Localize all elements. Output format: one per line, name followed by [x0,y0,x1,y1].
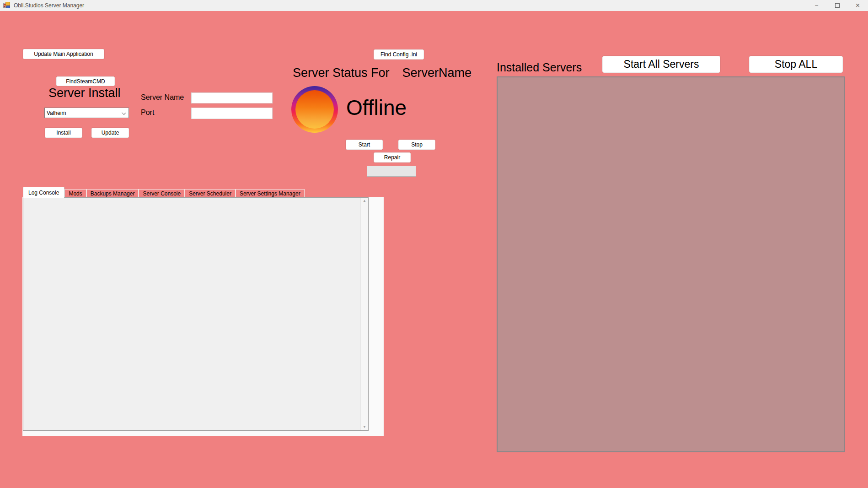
server-status-icon-inner [295,90,334,129]
game-select-value: Valheim [47,110,66,116]
start-all-servers-button[interactable]: Start All Servers [602,56,720,73]
tab-log-console[interactable]: Log Console [23,187,64,198]
server-status-heading-prefix: Server Status For [293,66,390,80]
log-console-scrollbar[interactable]: ▲ ▼ [360,198,368,430]
update-button[interactable]: Update [91,128,129,138]
server-status-text: Offline [346,95,407,120]
app-window: Obli.Studios Server Manager – ✕ Update M… [0,0,868,488]
close-button[interactable]: ✕ [847,0,868,11]
port-label: Port [141,108,154,117]
server-name-label: Server Name [141,93,184,102]
find-config-ini-button[interactable]: Find Config .ini [374,49,424,60]
window-controls: – ✕ [806,0,868,11]
minimize-button[interactable]: – [806,0,827,11]
maximize-icon [835,3,840,8]
installed-servers-list[interactable] [497,76,845,452]
stop-button[interactable]: Stop [398,140,435,150]
app-icon [3,2,11,9]
port-input[interactable] [191,108,273,119]
stop-all-button[interactable]: Stop ALL [749,56,843,73]
scroll-up-icon[interactable]: ▲ [363,199,366,203]
log-console-output[interactable] [23,198,360,430]
start-button[interactable]: Start [346,140,383,150]
scroll-down-icon[interactable]: ▼ [363,425,366,429]
tabstrip: Log Console Mods Backups Manager Server … [23,187,305,198]
tab-mods[interactable]: Mods [64,189,86,198]
maximize-button[interactable] [827,0,847,11]
titlebar: Obli.Studios Server Manager – ✕ [0,0,868,11]
progress-bar [367,166,416,177]
game-select-dropdown[interactable]: Valheim [44,108,129,118]
update-main-application-button[interactable]: Update Main Application [23,49,104,59]
server-name-input[interactable] [191,92,273,103]
server-status-heading: Server Status ForServerName [293,66,472,80]
tab-server-console[interactable]: Server Console [139,189,185,198]
log-console-box: ▲ ▼ [23,197,369,431]
installed-servers-title: Installed Servers [497,61,582,74]
tab-server-scheduler[interactable]: Server Scheduler [185,189,236,198]
repair-button[interactable]: Repair [374,152,411,163]
server-status-heading-name: ServerName [402,66,472,80]
find-steamcmd-button[interactable]: FindSteamCMD [56,76,115,86]
form-background: Update Main Application FindSteamCMD Ser… [0,11,868,488]
server-status-icon [291,86,338,133]
install-button[interactable]: Install [45,128,82,138]
tab-server-settings-manager[interactable]: Server Settings Manager [236,189,305,198]
chevron-down-icon [122,111,126,115]
window-title: Obli.Studios Server Manager [14,2,84,9]
tabpage-log-console: ▲ ▼ [23,197,383,436]
server-install-title: Server Install [48,86,121,100]
tab-backups-manager[interactable]: Backups Manager [86,189,139,198]
